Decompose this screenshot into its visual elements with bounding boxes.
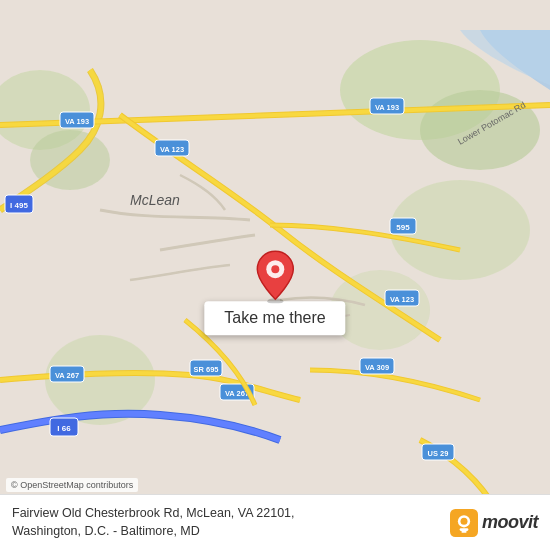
svg-rect-40	[460, 528, 469, 531]
osm-attribution: © OpenStreetMap contributors	[6, 478, 138, 492]
svg-text:I 66: I 66	[57, 424, 71, 433]
svg-text:595: 595	[396, 223, 410, 232]
svg-text:SR 695: SR 695	[193, 365, 218, 374]
svg-text:VA 267: VA 267	[55, 371, 79, 380]
svg-point-36	[271, 265, 279, 273]
moovit-text: moovit	[482, 512, 538, 533]
svg-text:VA 123: VA 123	[160, 145, 184, 154]
svg-text:VA 123: VA 123	[390, 295, 414, 304]
moovit-logo-icon	[450, 509, 478, 537]
svg-text:VA 309: VA 309	[365, 363, 389, 372]
svg-text:VA 193: VA 193	[65, 117, 89, 126]
svg-text:McLean: McLean	[130, 192, 180, 208]
bottom-bar: Fairview Old Chesterbrook Rd, McLean, VA…	[0, 494, 550, 550]
take-me-there-button[interactable]: Take me there	[204, 301, 345, 335]
address-text: Fairview Old Chesterbrook Rd, McLean, VA…	[12, 505, 440, 540]
map-container: I 495 VA 193 VA 193 VA 123 VA 123 595 I …	[0, 0, 550, 550]
button-overlay: Take me there	[204, 249, 345, 335]
svg-text:US 29: US 29	[428, 449, 449, 458]
svg-text:I 495: I 495	[10, 201, 28, 210]
svg-point-39	[460, 517, 467, 524]
moovit-logo: moovit	[450, 509, 538, 537]
location-pin-icon	[253, 249, 297, 303]
svg-rect-41	[461, 530, 466, 532]
svg-text:VA 193: VA 193	[375, 103, 399, 112]
